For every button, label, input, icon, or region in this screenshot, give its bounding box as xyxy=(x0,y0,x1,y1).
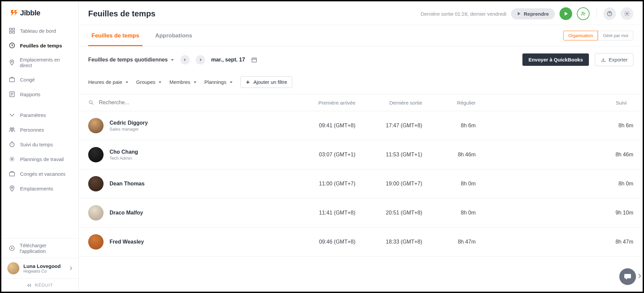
sidebar-item-holidays[interactable]: Congés et vacances xyxy=(1,166,78,181)
svg-point-19 xyxy=(89,101,92,104)
user-block[interactable]: Luna Lovegood Hogwarts Co xyxy=(1,258,78,278)
play-button[interactable] xyxy=(559,7,572,20)
table-row[interactable]: Cho Chang Tech Admin 03:07 (GMT+1) 11:53… xyxy=(79,140,643,169)
chat-icon xyxy=(624,273,632,281)
sidebar-item-dashboard[interactable]: Tableau de bord xyxy=(1,23,78,38)
sidebar-item-label: Feuilles de temps xyxy=(20,43,62,48)
table-row[interactable]: Cedric Diggory Sales manager 09:41 (GMT+… xyxy=(79,111,643,140)
filter-schedules[interactable]: Plannings xyxy=(204,79,233,85)
avatar xyxy=(88,176,104,191)
cell-arrive: 11:41 (GMT+8) xyxy=(295,210,362,216)
svg-rect-18 xyxy=(252,58,257,62)
chat-button[interactable] xyxy=(619,268,636,285)
logo[interactable]: Jibble xyxy=(1,1,78,21)
search-input[interactable] xyxy=(99,100,199,106)
briefcase-icon xyxy=(9,170,15,177)
chevron-left-icon xyxy=(183,58,187,61)
collapse-button[interactable]: RÉDUIT xyxy=(1,278,78,292)
sidebar-item-label: Plannings de travail xyxy=(20,156,64,162)
cell-exit: 18:33 (GMT+8) xyxy=(362,239,429,245)
user-org: Hogwarts Co xyxy=(23,269,65,274)
filter-groups[interactable]: Groupes xyxy=(136,79,162,85)
chevron-right-icon xyxy=(637,273,641,279)
reports-icon xyxy=(9,91,15,98)
cell-arrive: 11:00 (GMT+7) xyxy=(295,181,362,187)
sidebar-item-label: Paramètres xyxy=(20,112,46,118)
last-exit-text: Dernière sortie 01:28, dernier vendredi xyxy=(421,11,506,17)
jibble-logo-icon xyxy=(10,9,18,17)
cell-regular: 8h 0m xyxy=(429,210,482,216)
sidebar-item-time-tracking[interactable]: Suivi du temps xyxy=(1,137,78,152)
chevron-down-icon xyxy=(125,80,129,84)
sidebar-item-settings[interactable]: Paramètres xyxy=(1,108,78,122)
period-dropdown[interactable]: Feuilles de temps quotidiennes xyxy=(88,57,174,63)
download-app[interactable]: Télécharger l'application xyxy=(1,238,78,258)
person-name: Cedric Diggory xyxy=(110,120,295,126)
collapse-label: RÉDUIT xyxy=(35,283,53,288)
sidebar-item-reports[interactable]: Rapports xyxy=(1,87,78,102)
filters-row: Heures de paie Groupes Membres Plannings… xyxy=(79,73,643,94)
sidebar-item-people[interactable]: Personnes xyxy=(1,122,78,137)
tab-timesheets[interactable]: Feuilles de temps xyxy=(88,25,143,46)
person-name: Dean Thomas xyxy=(110,181,295,187)
cell-exit: 11:53 (GMT+1) xyxy=(362,152,429,158)
search-icon xyxy=(88,100,94,106)
cell-regular: 8h 6m xyxy=(429,123,482,129)
cell-tracked: 8h 0m xyxy=(482,181,633,187)
play-icon xyxy=(564,11,568,16)
sidebar-item-live-locations[interactable]: Emplacements en direct xyxy=(1,53,78,72)
sidebar-item-label: Congés et vacances xyxy=(20,171,65,177)
prev-day-button[interactable] xyxy=(180,55,190,64)
nav: Tableau de bord Feuilles de temps Emplac… xyxy=(1,21,78,238)
row-next-button[interactable] xyxy=(637,273,641,280)
table-row[interactable]: Dean Thomas 11:00 (GMT+7) 19:00 (GMT+7) … xyxy=(79,169,643,198)
avatar xyxy=(88,234,104,250)
avatar xyxy=(88,118,104,133)
user-name: Luna Lovegood xyxy=(23,263,65,269)
sidebar-item-schedules[interactable]: Plannings de travail xyxy=(1,152,78,166)
chevron-down-icon xyxy=(229,80,233,84)
tab-approvals[interactable]: Approbations xyxy=(152,25,196,46)
resume-button[interactable]: Reprendre xyxy=(511,8,555,19)
export-label: Exporter xyxy=(609,57,628,62)
calendar-icon[interactable] xyxy=(251,57,257,63)
scope-managed-by-me[interactable]: Géré par moi xyxy=(598,31,633,40)
chevron-left-double-icon xyxy=(27,283,32,287)
svg-point-11 xyxy=(11,158,13,160)
gear-icon xyxy=(624,11,630,17)
profile-button[interactable] xyxy=(577,7,590,20)
logo-text: Jibble xyxy=(20,9,40,17)
sidebar-item-leave[interactable]: Congé xyxy=(1,72,78,87)
send-quickbooks-button[interactable]: Envoyer à QuickBooks xyxy=(522,53,589,66)
cell-tracked: 8h 46m xyxy=(482,152,633,158)
filter-members[interactable]: Membres xyxy=(169,79,197,85)
stopwatch-icon xyxy=(9,141,15,148)
main: Feuilles de temps Dernière sortie 01:28,… xyxy=(79,1,643,292)
cell-arrive: 09:46 (GMT+8) xyxy=(295,239,362,245)
date-text: mar., sept. 17 xyxy=(211,57,245,63)
table-row[interactable]: Draco Malfoy 11:41 (GMT+8) 20:51 (GMT+8)… xyxy=(79,198,643,228)
help-button[interactable] xyxy=(603,7,616,20)
sidebar-item-label: Congé xyxy=(20,77,35,83)
next-day-button[interactable] xyxy=(196,55,205,64)
add-filter-button[interactable]: Ajouter un filtre xyxy=(240,76,292,88)
download-icon xyxy=(9,245,15,252)
tabs-row: Feuilles de temps Approbations Organisat… xyxy=(79,25,643,46)
svg-point-5 xyxy=(11,61,13,62)
sidebar-item-timesheets[interactable]: Feuilles de temps xyxy=(1,38,78,53)
controls-row: Feuilles de temps quotidiennes mar., sep… xyxy=(79,46,643,73)
cell-arrive: 09:41 (GMT+8) xyxy=(295,123,362,129)
sidebar-item-locations[interactable]: Emplacements xyxy=(1,181,78,196)
filter-pay-hours[interactable]: Heures de paie xyxy=(88,79,129,85)
sidebar-item-label: Suivi du temps xyxy=(20,142,53,147)
svg-point-9 xyxy=(12,128,14,129)
scope-organisation[interactable]: Organisation xyxy=(563,31,598,40)
divider xyxy=(596,8,597,19)
export-button[interactable]: Exporter xyxy=(595,53,633,66)
settings-button[interactable] xyxy=(621,7,633,20)
col-first-arrival: Première arrivée xyxy=(295,100,362,106)
cell-regular: 8h 47m xyxy=(429,239,482,245)
cell-exit: 17:47 (GMT+8) xyxy=(362,123,429,129)
table-row[interactable]: Fred Weasley 09:46 (GMT+8) 18:33 (GMT+8)… xyxy=(79,228,643,257)
svg-rect-2 xyxy=(10,31,12,33)
